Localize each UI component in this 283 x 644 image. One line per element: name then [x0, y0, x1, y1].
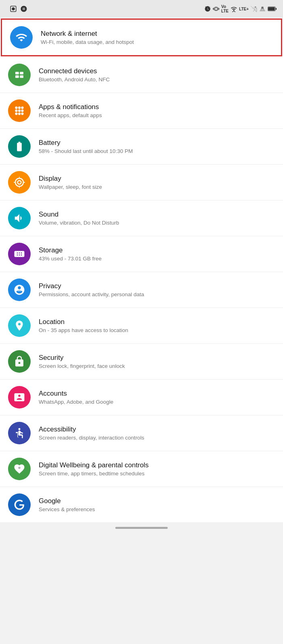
battery-icon [8, 135, 31, 158]
display-subtitle: Wallpaper, sleep, font size [39, 184, 102, 190]
location-subtitle: On - 35 apps have access to location [39, 327, 128, 333]
sound-title: Sound [39, 211, 119, 219]
shazam-icon [20, 5, 27, 12]
display-icon [8, 171, 31, 194]
security-subtitle: Screen lock, fingerprint, face unlock [39, 363, 125, 369]
accessibility-icon [8, 422, 31, 444]
accessibility-text: AccessibilityScreen readers, display, in… [39, 425, 144, 441]
privacy-subtitle: Permissions, account activity, personal … [39, 291, 144, 297]
google-text: GoogleServices & preferences [39, 497, 95, 512]
connected-title: Connected devices [39, 67, 110, 75]
privacy-text: PrivacyPermissions, account activity, pe… [39, 282, 144, 297]
settings-item-accounts[interactable]: AccountsWhatsApp, Adobe, and Google [0, 380, 283, 415]
network-title: Network & internet [41, 30, 134, 38]
wellbeing-title: Digital Wellbeing & parental controls [39, 461, 149, 469]
battery-text: Battery58% - Should last until about 10:… [39, 139, 133, 154]
google-subtitle: Services & preferences [39, 506, 95, 512]
lte-icon: LTE+ [239, 7, 249, 11]
accounts-icon [8, 386, 31, 409]
location-icon [8, 314, 31, 337]
settings-item-location[interactable]: LocationOn - 35 apps have access to loca… [0, 308, 283, 344]
accounts-text: AccountsWhatsApp, Adobe, and Google [39, 390, 113, 405]
svg-rect-4 [276, 8, 277, 10]
privacy-icon [8, 279, 31, 301]
svg-rect-5 [15, 72, 19, 74]
battery-title: Battery [39, 139, 133, 147]
settings-item-battery[interactable]: Battery58% - Should last until about 10:… [0, 129, 283, 165]
apps-text: Apps & notificationsRecent apps, default… [39, 103, 102, 118]
svg-point-13 [18, 109, 21, 112]
screen-record-icon [10, 5, 17, 12]
bottom-indicator [0, 523, 283, 535]
security-icon [8, 350, 31, 373]
alarm-icon [204, 6, 211, 12]
settings-item-apps[interactable]: Apps & notificationsRecent apps, default… [0, 93, 283, 129]
storage-text: Storage43% used - 73.01 GB free [39, 246, 102, 262]
signal1-icon [251, 6, 257, 12]
svg-point-12 [15, 109, 17, 112]
status-bar: VoLTE LTE+ [0, 0, 283, 18]
svg-point-18 [19, 428, 21, 430]
storage-icon [8, 243, 31, 265]
hotspot-icon [231, 6, 237, 12]
display-text: DisplayWallpaper, sleep, font size [39, 175, 102, 190]
svg-point-11 [21, 106, 23, 109]
settings-item-privacy[interactable]: PrivacyPermissions, account activity, pe… [0, 272, 283, 308]
status-right: VoLTE LTE+ [204, 4, 277, 13]
accessibility-subtitle: Screen readers, display, interaction con… [39, 435, 144, 441]
apps-title: Apps & notifications [39, 103, 102, 111]
accounts-title: Accounts [39, 390, 113, 398]
svg-point-10 [18, 106, 21, 109]
accessibility-title: Accessibility [39, 425, 144, 433]
svg-point-9 [15, 106, 17, 109]
accounts-subtitle: WhatsApp, Adobe, and Google [39, 399, 113, 405]
privacy-title: Privacy [39, 282, 144, 290]
connected-text: Connected devicesBluetooth, Android Auto… [39, 67, 110, 83]
google-icon [8, 493, 31, 516]
wellbeing-icon [8, 458, 31, 480]
sound-subtitle: Volume, vibration, Do Not Disturb [39, 220, 119, 226]
settings-item-wellbeing[interactable]: Digital Wellbeing & parental controlsScr… [0, 451, 283, 487]
svg-point-15 [15, 112, 17, 115]
settings-item-sound[interactable]: SoundVolume, vibration, Do Not Disturb [0, 200, 283, 236]
svg-rect-3 [268, 7, 275, 11]
settings-item-connected[interactable]: Connected devicesBluetooth, Android Auto… [0, 57, 283, 93]
settings-item-network[interactable]: Network & internetWi-Fi, mobile, data us… [1, 19, 282, 56]
battery-icon [268, 6, 277, 12]
connected-subtitle: Bluetooth, Android Auto, NFC [39, 76, 110, 83]
svg-point-14 [21, 109, 23, 112]
status-left [6, 5, 27, 12]
settings-item-storage[interactable]: Storage43% used - 73.01 GB free [0, 236, 283, 272]
network-text: Network & internetWi-Fi, mobile, data us… [41, 30, 134, 45]
network-icon [10, 26, 33, 49]
storage-subtitle: 43% used - 73.01 GB free [39, 256, 102, 262]
bottom-bar [115, 527, 168, 529]
sound-icon [8, 207, 31, 229]
storage-title: Storage [39, 246, 102, 254]
svg-rect-6 [20, 72, 23, 74]
signal2-icon [259, 6, 266, 12]
settings-item-accessibility[interactable]: AccessibilityScreen readers, display, in… [0, 415, 283, 451]
location-title: Location [39, 318, 128, 326]
settings-item-security[interactable]: SecurityScreen lock, fingerprint, face u… [0, 344, 283, 380]
connected-icon [8, 64, 31, 86]
volte-icon: VoLTE [221, 4, 229, 13]
location-text: LocationOn - 35 apps have access to loca… [39, 318, 128, 333]
settings-list: Network & internetWi-Fi, mobile, data us… [0, 19, 283, 523]
svg-rect-8 [20, 75, 23, 78]
wellbeing-subtitle: Screen time, app timers, bedtime schedul… [39, 471, 149, 477]
settings-item-google[interactable]: GoogleServices & preferences [0, 487, 283, 523]
network-subtitle: Wi-Fi, mobile, data usage, and hotspot [41, 39, 134, 45]
battery-subtitle: 58% - Should last until about 10:30 PM [39, 148, 133, 154]
svg-rect-7 [15, 75, 19, 78]
display-title: Display [39, 175, 102, 183]
svg-point-16 [18, 112, 21, 115]
security-title: Security [39, 354, 125, 362]
settings-item-display[interactable]: DisplayWallpaper, sleep, font size [0, 165, 283, 200]
google-title: Google [39, 497, 95, 505]
apps-subtitle: Recent apps, default apps [39, 112, 102, 118]
vibrate-icon [213, 6, 219, 12]
svg-point-1 [12, 8, 15, 10]
svg-point-17 [21, 112, 23, 115]
wellbeing-text: Digital Wellbeing & parental controlsScr… [39, 461, 149, 477]
